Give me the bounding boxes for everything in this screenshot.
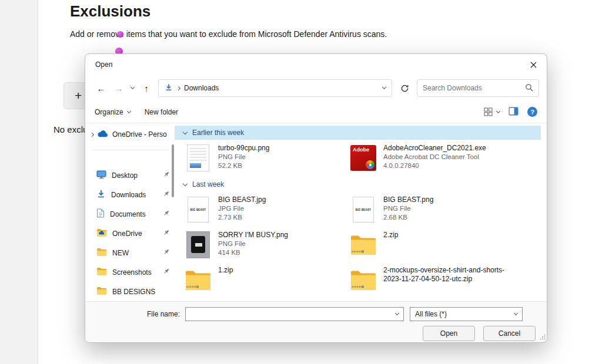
dialog-titlebar[interactable]: Open	[85, 54, 547, 75]
group-label: Earlier this week	[192, 129, 244, 137]
sidebar-item-downloads[interactable]: Downloads	[85, 185, 175, 204]
pin-icon	[163, 210, 170, 218]
folder-icon	[96, 267, 107, 277]
file-size: 2.73 KB	[218, 213, 266, 222]
refresh-icon[interactable]	[396, 80, 413, 96]
open-button[interactable]: Open	[423, 326, 475, 341]
file-item[interactable]: Adobe AdobeAcroCleaner_DC2021.exe Adobe …	[350, 144, 512, 172]
security-nav-rail	[0, 0, 38, 364]
pin-icon	[163, 268, 170, 277]
chevron-down-icon	[496, 109, 500, 113]
forward-icon[interactable]: →	[111, 80, 127, 96]
collapse-chevron-icon	[183, 129, 188, 134]
search-icon[interactable]	[525, 83, 533, 93]
cancel-button[interactable]: Cancel	[483, 326, 536, 341]
file-type: JPG File	[218, 204, 266, 213]
navigation-bar: ← → ↑ Downloads	[85, 75, 547, 101]
file-name: AdobeAcroCleaner_DC2021.exe	[383, 144, 486, 153]
document-icon	[96, 208, 105, 220]
file-item[interactable]: BIG BEAST BIG BEAST.jpg JPG File 2.73 KB	[185, 196, 350, 224]
sidebar-item-screenshots[interactable]: Screenshots	[85, 262, 175, 282]
sidebar-scrollbar[interactable]	[172, 144, 174, 197]
organize-label: Organize	[95, 108, 123, 116]
chevron-down-icon[interactable]	[395, 311, 399, 315]
address-dropdown-icon[interactable]	[382, 85, 386, 89]
file-name: 2-mockups-oversize-t-shirt-and-shorts-20…	[383, 266, 508, 284]
sidebar-item-label: NEW	[112, 249, 158, 257]
cursor-dot	[117, 31, 123, 38]
sidebar-item-desktop[interactable]: Desktop	[85, 166, 175, 185]
sidebar-item-onedrive-folder[interactable]: OneDrive	[85, 224, 175, 243]
downloads-icon	[165, 83, 173, 93]
file-type-select[interactable]: All files (*)	[410, 307, 523, 321]
file-type: PNG File	[383, 204, 433, 213]
sidebar-item-new[interactable]: NEW	[85, 243, 175, 262]
search-box	[417, 79, 539, 97]
file-item[interactable]: 2.zip	[350, 231, 512, 259]
file-name-input[interactable]	[186, 308, 396, 321]
sidebar-item-label: OneDrive	[112, 230, 158, 238]
desktop-icon	[96, 170, 106, 181]
sidebar-item-documents[interactable]: Documents	[85, 204, 175, 224]
close-icon[interactable]	[520, 54, 547, 75]
help-icon[interactable]: ?	[527, 107, 537, 117]
sidebar-item-label: Downloads	[111, 191, 158, 199]
pin-icon	[163, 190, 170, 199]
sidebar-item-label: OneDrive - Personal	[112, 130, 167, 139]
group-header-last-week[interactable]: Last week	[175, 177, 541, 191]
breadcrumb-location[interactable]: Downloads	[184, 84, 219, 92]
file-name: BIG BEAST.png	[383, 196, 433, 204]
file-description: Adobe Acrobat DC Cleaner Tool	[383, 153, 486, 161]
search-input[interactable]	[423, 84, 525, 92]
screen: { "page": { "title": "Exclusions", "subt…	[0, 0, 602, 364]
image-thumbnail: BIG BEAST	[353, 197, 374, 223]
folder-icon	[96, 248, 107, 258]
sidebar-item-bb-designs[interactable]: BB DESIGNS	[85, 282, 175, 301]
file-list: Earlier this week turbo-99cpu.png PNG Fi…	[175, 123, 547, 301]
breadcrumb-chevron-icon	[176, 86, 180, 90]
file-version: 4.0.0.27840	[383, 161, 486, 170]
plus-icon: +	[75, 89, 82, 103]
image-thumbnail	[187, 144, 209, 171]
dialog-title: Open	[95, 60, 112, 69]
file-type: PNG File	[218, 240, 288, 248]
file-item[interactable]: BIG BEAST BIG BEAST.png PNG File 2.68 KB	[350, 196, 512, 224]
file-name: 2.zip	[383, 231, 398, 240]
grid-view-icon	[484, 107, 493, 116]
pin-icon	[163, 171, 170, 180]
history-dropdown-icon[interactable]	[128, 80, 137, 96]
image-thumbnail	[186, 231, 210, 258]
zip-folder-icon	[185, 269, 212, 291]
file-item[interactable]: turbo-99cpu.png PNG File 52.2 KB	[185, 144, 350, 172]
sidebar-item-label: Desktop	[112, 171, 158, 180]
new-folder-label: New folder	[145, 108, 178, 116]
file-item[interactable]: SORRY I'M BUSY.png PNG File 414 KB	[185, 231, 350, 259]
page-title: Exclusions	[70, 2, 150, 21]
group-header-earlier-this-week[interactable]: Earlier this week	[175, 126, 541, 140]
group-label: Last week	[192, 180, 224, 188]
expand-chevron-icon[interactable]	[90, 132, 94, 136]
up-icon[interactable]: ↑	[138, 80, 155, 96]
resize-grip-icon[interactable]	[540, 333, 546, 342]
address-bar[interactable]: Downloads	[158, 79, 392, 97]
file-name: SORRY I'M BUSY.png	[218, 231, 288, 240]
collapse-chevron-icon	[183, 181, 188, 186]
file-name: 1.zip	[218, 266, 233, 275]
file-item[interactable]: 1.zip	[185, 266, 350, 294]
folder-icon	[96, 228, 107, 238]
preview-pane-toggle[interactable]	[509, 107, 519, 117]
downloads-icon	[96, 189, 106, 200]
file-name-label: File name:	[85, 310, 185, 318]
file-item[interactable]: 2-mockups-oversize-t-shirt-and-shorts-20…	[350, 266, 512, 294]
sidebar-item-onedrive-personal[interactable]: OneDrive - Personal	[85, 126, 175, 143]
new-folder-button[interactable]: New folder	[145, 108, 178, 116]
folder-icon	[96, 287, 107, 296]
back-icon[interactable]: ←	[93, 80, 109, 96]
view-options-button[interactable]	[484, 107, 500, 116]
open-file-dialog: Open ← → ↑ Downloads	[85, 53, 547, 343]
organize-menu[interactable]: Organize	[95, 108, 131, 116]
chevron-down-icon	[127, 109, 131, 113]
zip-folder-icon	[350, 234, 377, 256]
file-size: 414 KB	[218, 248, 288, 257]
dialog-sidebar: OneDrive - Personal Desktop	[85, 123, 175, 301]
